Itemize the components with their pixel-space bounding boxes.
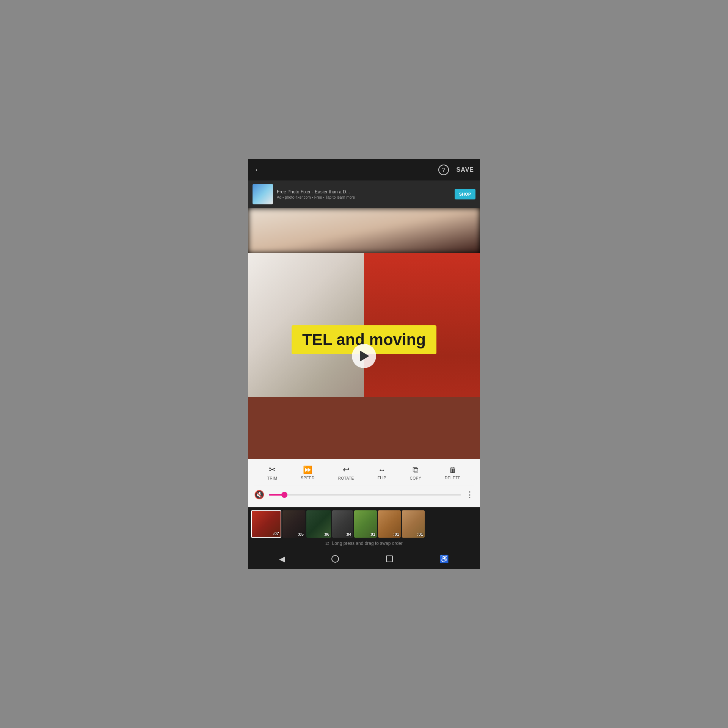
delete-icon: 🗑	[449, 466, 457, 474]
nav-recent-button[interactable]	[386, 555, 393, 562]
nav-back-button[interactable]: ◀	[279, 554, 285, 563]
top-bar: ← ? SAVE	[248, 159, 480, 180]
top-right-controls: ? SAVE	[438, 165, 474, 175]
clip-item-1[interactable]: :07	[251, 510, 281, 538]
trim-tool[interactable]: ✂ TRIM	[267, 465, 277, 480]
more-options-button[interactable]: ⋮	[466, 490, 474, 500]
trim-label: TRIM	[267, 476, 277, 480]
scene-floor	[248, 397, 480, 459]
delete-label: DELETE	[445, 476, 461, 480]
timeline: :07 :05 :06 :04 :01 :01 :01 ⇄ Long pres	[248, 507, 480, 549]
clip-item-5[interactable]: :01	[354, 510, 377, 538]
timeline-clips: :07 :05 :06 :04 :01 :01 :01	[251, 510, 477, 538]
ad-text: Free Photo Fixer - Easier than a D... Ad…	[277, 189, 451, 199]
save-button[interactable]: SAVE	[457, 166, 474, 173]
clip-item-2[interactable]: :05	[282, 510, 305, 538]
flip-icon: ↔	[378, 466, 386, 474]
clip-1-duration: :07	[273, 531, 279, 536]
speed-tool[interactable]: ⏩ SPEED	[301, 465, 314, 480]
play-button[interactable]	[352, 344, 376, 368]
video-area: TEL and moving	[248, 208, 480, 459]
volume-slider[interactable]	[269, 494, 461, 496]
clip-7-duration: :01	[417, 532, 423, 537]
nav-home-button[interactable]	[331, 555, 339, 563]
copy-label: COPY	[410, 476, 421, 480]
clip-3-duration: :06	[323, 532, 329, 537]
clip-item-3[interactable]: :06	[306, 510, 331, 538]
rotate-label: ROTATE	[338, 476, 354, 480]
clip-item-7[interactable]: :01	[402, 510, 425, 538]
edit-toolbar: ✂ TRIM ⏩ SPEED ↩ ROTATE ↔ FLIP ⧉ COPY 🗑 …	[248, 459, 480, 507]
ad-title: Free Photo Fixer - Easier than a D...	[277, 189, 451, 195]
clip-6-duration: :01	[393, 532, 399, 537]
video-main: TEL and moving	[248, 253, 480, 459]
clip-5-duration: :01	[369, 532, 375, 537]
help-button[interactable]: ?	[438, 165, 449, 175]
ad-cta-button[interactable]: SHOP	[455, 189, 475, 199]
phone-container: ← ? SAVE Free Photo Fixer - Easier than …	[248, 159, 480, 569]
copy-icon: ⧉	[413, 465, 419, 475]
trim-icon: ✂	[269, 465, 276, 475]
mute-button[interactable]: 🔇	[254, 490, 264, 500]
system-nav: ◀ ♿	[248, 549, 480, 569]
flip-tool[interactable]: ↔ FLIP	[378, 466, 386, 480]
speed-label: SPEED	[301, 476, 314, 480]
nav-accessibility-button[interactable]: ♿	[439, 554, 449, 563]
volume-thumb[interactable]	[281, 492, 287, 498]
ad-banner[interactable]: Free Photo Fixer - Easier than a D... Ad…	[248, 180, 480, 208]
clip-item-6[interactable]: :01	[378, 510, 401, 538]
swap-hint-text: Long press and drag to swap order	[332, 541, 403, 546]
flip-label: FLIP	[378, 476, 386, 480]
volume-row: 🔇 ⋮	[248, 485, 480, 504]
ad-subtitle: Ad • photo-fixer.com • Free • Tap to lea…	[277, 195, 451, 199]
swap-hint-icon: ⇄	[325, 541, 329, 546]
back-button[interactable]: ←	[254, 165, 262, 175]
video-bg-blur	[248, 208, 480, 253]
clip-4-duration: :04	[345, 532, 351, 537]
copy-tool[interactable]: ⧉ COPY	[410, 465, 421, 480]
toolbar-tools-row: ✂ TRIM ⏩ SPEED ↩ ROTATE ↔ FLIP ⧉ COPY 🗑 …	[248, 465, 480, 485]
clip-item-4[interactable]: :04	[332, 510, 353, 538]
delete-tool[interactable]: 🗑 DELETE	[445, 466, 461, 480]
speed-icon: ⏩	[303, 465, 312, 474]
swap-hint: ⇄ Long press and drag to swap order	[251, 538, 477, 548]
clip-2-duration: :05	[298, 532, 304, 537]
rotate-tool[interactable]: ↩ ROTATE	[338, 465, 354, 480]
ad-thumbnail	[253, 184, 273, 204]
rotate-icon: ↩	[343, 465, 350, 475]
play-icon	[360, 351, 369, 361]
